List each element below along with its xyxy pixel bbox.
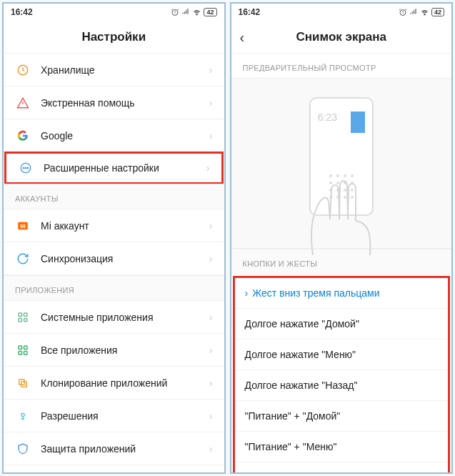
chevron-right-icon: ›: [206, 162, 210, 174]
screenshot-settings: ПРЕДВАРИТЕЛЬНЫЙ ПРОСМОТР 6:23 КНОПКИ И Ж…: [231, 54, 452, 472]
row-label: Расширенные настройки: [44, 162, 206, 174]
section-apps: ПРИЛОЖЕНИЯ: [4, 275, 224, 301]
row-app-protection[interactable]: Защита приложений ›: [4, 432, 224, 465]
status-icons: 42: [399, 8, 444, 16]
alarm-icon: [399, 8, 407, 16]
chevron-right-icon: ›: [209, 410, 213, 422]
status-icons: 42: [171, 8, 216, 16]
wifi-icon: [192, 8, 201, 16]
page-title: Снимок экрана: [296, 30, 386, 44]
chevron-right-icon: ›: [209, 64, 213, 76]
row-label: Хранилище: [41, 64, 209, 76]
battery-icon: 42: [431, 8, 444, 16]
svg-point-22: [424, 14, 426, 15]
check-icon: ›: [245, 287, 249, 299]
row-clone-apps[interactable]: Клонирование приложений ›: [4, 367, 224, 400]
row-label: Разрешения: [41, 410, 209, 422]
signal-icon: [181, 8, 190, 16]
row-sync[interactable]: Синхронизация ›: [4, 242, 224, 275]
option-label: "Питание" + "Меню": [245, 441, 337, 452]
row-label: Системные приложения: [41, 312, 209, 323]
emergency-icon: [15, 95, 31, 111]
google-icon: [15, 128, 31, 144]
row-google[interactable]: Google ›: [4, 119, 224, 152]
svg-point-1: [196, 14, 198, 15]
option-long-press-menu[interactable]: Долгое нажатие "Меню": [235, 339, 449, 370]
svg-point-19: [21, 413, 25, 417]
row-emergency[interactable]: Экстренная помощь ›: [4, 86, 224, 119]
row-advanced-settings[interactable]: Расширенные настройки ›: [4, 152, 224, 184]
chevron-right-icon: ›: [209, 253, 213, 264]
row-storage[interactable]: Хранилище ›: [4, 54, 224, 86]
svg-rect-14: [24, 346, 28, 349]
row-mi-account[interactable]: MI Mi аккаунт ›: [4, 209, 224, 242]
mi-icon: MI: [15, 218, 31, 234]
option-label: Долгое нажатие "Меню": [245, 349, 356, 360]
svg-text:MI: MI: [20, 224, 26, 229]
row-label: Защита приложений: [41, 443, 209, 455]
row-label: Синхронизация: [41, 253, 209, 264]
hand-icon: [284, 162, 399, 255]
option-label: Жест вниз тремя пальцами: [252, 287, 379, 299]
chevron-right-icon: ›: [209, 312, 213, 323]
svg-rect-10: [24, 313, 28, 317]
system-apps-icon: [15, 309, 31, 325]
clone-icon: [15, 375, 31, 391]
svg-rect-9: [19, 313, 22, 317]
option-power-back[interactable]: "Питание" + "Назад": [235, 462, 449, 472]
status-bar: 16:42 42: [231, 4, 452, 21]
option-label: Долгое нажатие "Домой": [245, 318, 359, 329]
option-power-home[interactable]: "Питание" + "Домой": [235, 401, 449, 432]
option-long-press-back[interactable]: Долгое нажатие "Назад": [235, 370, 449, 401]
row-report[interactable]: Отчет ›: [4, 465, 224, 472]
row-permissions[interactable]: Разрешения ›: [4, 400, 224, 432]
chevron-right-icon: ›: [209, 97, 213, 109]
row-all-apps[interactable]: Все приложения ›: [4, 334, 224, 367]
shield-icon: [15, 441, 31, 457]
apps-icon: [15, 342, 31, 358]
preview-highlight: [351, 111, 365, 133]
sync-icon: [15, 251, 31, 267]
option-three-finger-swipe[interactable]: › Жест вниз тремя пальцами: [235, 278, 449, 309]
settings-list[interactable]: Хранилище › Экстренная помощь › Google ›…: [4, 54, 224, 472]
option-label: "Питание" + "Назад": [245, 472, 339, 473]
status-bar: 16:42 42: [4, 4, 224, 21]
wifi-icon: [420, 8, 429, 16]
option-label: "Питание" + "Домой": [245, 410, 341, 422]
chevron-right-icon: ›: [209, 377, 213, 389]
permissions-icon: [15, 408, 31, 424]
row-label: Все приложения: [41, 344, 209, 356]
section-preview: ПРЕДВАРИТЕЛЬНЫЙ ПРОСМОТР: [231, 54, 452, 79]
row-label: Клонирование приложений: [41, 377, 209, 389]
preview-illustration: 6:23: [231, 79, 452, 249]
section-accounts: АККАУНТЫ: [4, 184, 224, 209]
chevron-right-icon: ›: [209, 130, 213, 142]
svg-rect-16: [24, 351, 28, 354]
svg-rect-15: [19, 351, 22, 354]
row-system-apps[interactable]: Системные приложения ›: [4, 301, 224, 334]
row-label: Google: [41, 130, 209, 142]
svg-rect-11: [19, 318, 22, 322]
storage-icon: [15, 62, 31, 78]
svg-point-12: [24, 318, 28, 322]
svg-rect-13: [19, 346, 22, 349]
signal-icon: [409, 8, 418, 16]
svg-point-5: [25, 167, 26, 169]
status-time: 16:42: [239, 7, 261, 17]
alarm-icon: [171, 8, 179, 16]
header: Настройки: [4, 21, 224, 54]
gesture-options-list: › Жест вниз тремя пальцами Долгое нажати…: [233, 276, 451, 472]
left-screen: 16:42 42 Настройки Хранилище › Экстренна…: [2, 2, 226, 474]
option-label: Долгое нажатие "Назад": [245, 380, 358, 391]
svg-point-4: [23, 167, 24, 169]
chevron-right-icon: ›: [209, 344, 213, 356]
option-long-press-home[interactable]: Долгое нажатие "Домой": [235, 309, 449, 339]
right-screen: 16:42 42 ‹ Снимок экрана ПРЕДВАРИТЕЛЬНЫЙ…: [230, 2, 454, 474]
page-title: Настройки: [81, 30, 146, 44]
back-button[interactable]: ‹: [240, 29, 245, 45]
option-power-menu[interactable]: "Питание" + "Меню": [235, 432, 449, 462]
row-label: Mi аккаунт: [41, 220, 209, 232]
svg-point-6: [27, 167, 29, 169]
row-label: Экстренная помощь: [41, 97, 209, 109]
chevron-right-icon: ›: [209, 220, 213, 232]
